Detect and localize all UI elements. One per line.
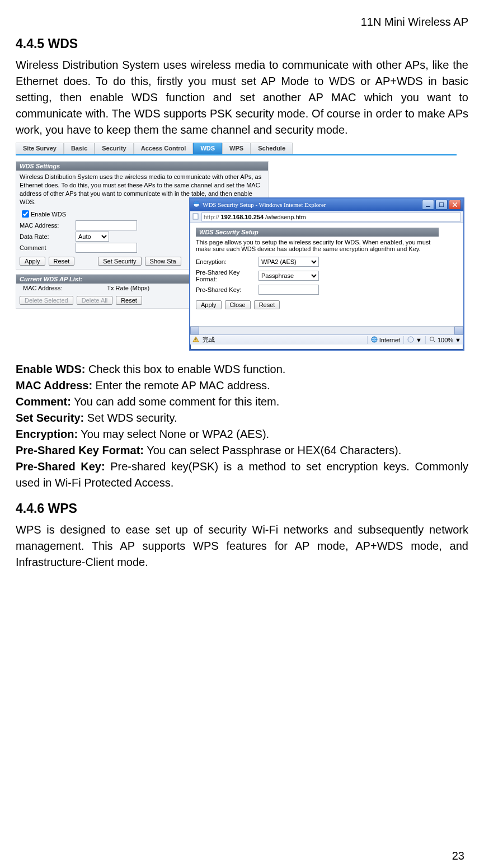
svg-point-6: [372, 337, 377, 342]
status-done: 完成: [203, 336, 215, 344]
apply-button[interactable]: Apply: [20, 257, 45, 266]
term-set-security: Set Security:: [16, 412, 84, 424]
tab-wps[interactable]: WPS: [222, 143, 251, 154]
page-icon: [192, 213, 199, 221]
input-psk[interactable]: [259, 285, 319, 295]
reset-aplist-button[interactable]: Reset: [116, 296, 142, 305]
desc-enable-wds: Check this box to enable WDS function.: [85, 363, 285, 375]
heading-wds: 4.4.5 WDS: [16, 36, 468, 51]
protected-mode-icon: [407, 336, 414, 344]
term-encryption: Encryption:: [16, 428, 78, 440]
window-titlebar[interactable]: WDS Security Setup - Windows Internet Ex…: [190, 199, 463, 211]
term-enable-wds: Enable WDS:: [16, 363, 85, 375]
popup-reset-button[interactable]: Reset: [254, 300, 280, 309]
svg-rect-4: [195, 338, 196, 340]
term-comment: Comment:: [16, 395, 71, 408]
input-mac-address[interactable]: [76, 220, 137, 230]
security-panel-desc: This page allows you to setup the wirele…: [196, 239, 431, 252]
tab-bar: Site Survey Basic Security Access Contro…: [16, 143, 457, 155]
delete-selected-button[interactable]: Delete Selected: [20, 296, 73, 305]
definitions-block: Enable WDS: Check this box to enable WDS…: [16, 361, 468, 491]
url-host: 192.168.10.254: [221, 214, 264, 220]
term-mac-address: MAC Address:: [16, 379, 92, 391]
panel-title-wds: WDS Settings: [16, 162, 268, 171]
minimize-button[interactable]: [422, 200, 434, 210]
desc-comment: You can add some comment for this item.: [71, 395, 279, 408]
label-enable-wds: Enable WDS: [31, 211, 87, 218]
svg-rect-1: [426, 206, 430, 207]
popup-wds-security: WDS Security Setup - Windows Internet Ex…: [189, 197, 464, 351]
horizontal-scrollbar[interactable]: [190, 326, 463, 334]
tab-basic[interactable]: Basic: [64, 143, 95, 154]
globe-icon: [371, 336, 378, 344]
delete-all-button[interactable]: Delete All: [77, 296, 112, 305]
term-psk-format: Pre-Shared Key Format:: [16, 444, 144, 456]
label-mac-address: MAC Address:: [20, 222, 76, 229]
svg-point-8: [430, 337, 434, 341]
set-security-button[interactable]: Set Security: [98, 257, 141, 266]
label-encryption: Encryption:: [196, 258, 259, 265]
desc-mac-address: Enter the remote AP MAC address.: [92, 379, 270, 391]
select-data-rate[interactable]: Auto: [76, 232, 109, 242]
svg-point-7: [408, 337, 413, 342]
col-mac-address: MAC Address:: [23, 285, 62, 291]
desc-set-security: Set WDS security.: [84, 412, 177, 424]
tab-access-control[interactable]: Access Control: [134, 143, 194, 154]
desc-encryption: You may select None or WPA2 (AES).: [78, 428, 269, 440]
window-title: WDS Security Setup - Windows Internet Ex…: [203, 201, 326, 208]
checkbox-enable-wds[interactable]: [22, 210, 29, 218]
security-panel-title: WDS Security Setup: [196, 228, 439, 237]
label-data-rate: Data Rate:: [20, 233, 76, 240]
zoom-icon: [429, 336, 436, 344]
svg-rect-5: [195, 341, 196, 341]
tab-site-survey[interactable]: Site Survey: [16, 143, 64, 154]
popup-close-button[interactable]: Close: [225, 300, 251, 309]
input-comment[interactable]: [76, 243, 137, 253]
page-number: 23: [452, 850, 464, 862]
intro-wds: Wireless Distribution System uses wirele…: [16, 57, 468, 138]
maximize-button[interactable]: [435, 200, 448, 210]
select-psk-format[interactable]: Passphrase: [259, 271, 319, 281]
popup-apply-button[interactable]: Apply: [196, 300, 222, 309]
tab-wds[interactable]: WDS: [193, 143, 222, 154]
svg-rect-2: [439, 202, 444, 207]
show-statistics-button[interactable]: Show Sta: [145, 257, 181, 266]
reset-button[interactable]: Reset: [49, 257, 75, 266]
ie-logo-icon: [192, 200, 200, 209]
warning-icon: [192, 336, 199, 344]
label-comment: Comment: [20, 244, 76, 251]
col-tx-rate: Tx Rate (Mbps): [107, 285, 149, 291]
desc-psk-format: You can select Passphrase or HEX(64 Char…: [144, 444, 401, 456]
tab-schedule[interactable]: Schedule: [251, 143, 293, 154]
url-field[interactable]: http://192.168.10.254/wlwdsenp.htm: [201, 213, 461, 221]
label-psk-format: Pre-Shared Key Format:: [196, 269, 259, 282]
address-bar: http://192.168.10.254/wlwdsenp.htm: [190, 211, 463, 223]
status-bar: 完成 Internet ▼: [190, 334, 463, 345]
intro-wps: WPS is designed to ease set up of securi…: [16, 522, 468, 570]
heading-wps: 4.4.6 WPS: [16, 501, 468, 516]
figure-wds-settings: Site Survey Basic Security Access Contro…: [16, 143, 457, 357]
tab-security[interactable]: Security: [95, 143, 133, 154]
zoom-value: 100%: [438, 337, 453, 343]
status-internet: Internet: [379, 337, 400, 343]
close-button[interactable]: [449, 200, 461, 210]
term-psk: Pre-Shared Key:: [16, 460, 105, 473]
url-path: /wlwdsenp.htm: [265, 214, 306, 220]
select-encryption[interactable]: WPA2 (AES): [259, 257, 319, 267]
label-psk: Pre-Shared Key:: [196, 286, 259, 293]
page-header-product: 11N Mini Wireless AP: [16, 16, 468, 29]
